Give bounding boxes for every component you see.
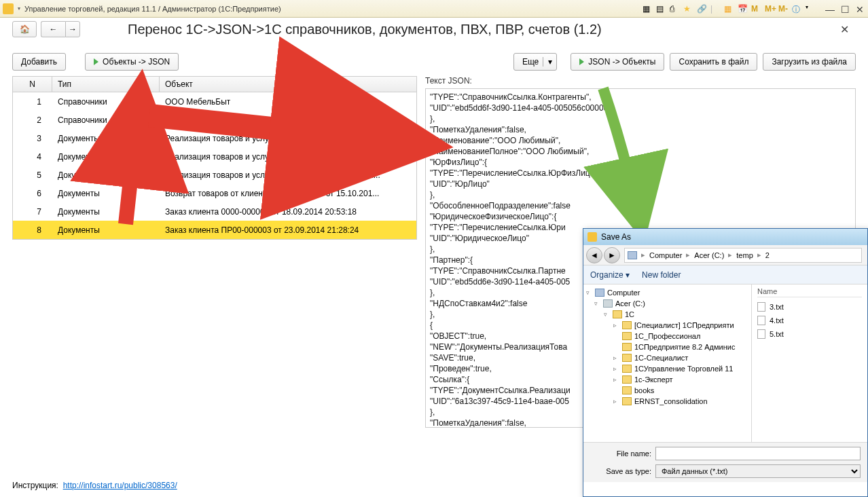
link-icon[interactable]: 🔗	[697, 4, 706, 14]
cell-n: 5	[13, 170, 52, 180]
toolbar: Добавить Объекты -> JSON Еще ▾ JSON -> О…	[0, 38, 868, 76]
save-to-file-button[interactable]: Сохранить в файл	[670, 53, 757, 71]
bc-computer[interactable]: Computer	[647, 251, 685, 259]
file-item[interactable]: 4.txt	[757, 314, 862, 327]
folder-icon	[622, 386, 632, 394]
tree-item[interactable]: ▿1C	[586, 309, 748, 320]
mem-m[interactable]: M	[751, 4, 761, 14]
cell-n: 4	[13, 152, 52, 162]
dialog-back-button[interactable]: ◄	[586, 247, 602, 263]
col-header-obj[interactable]: Объект	[160, 77, 416, 92]
minimize-button[interactable]: —	[825, 4, 835, 14]
tree-expander-icon[interactable]: ▿	[586, 289, 592, 296]
footer: Инструкция: http://infostart.ru/public/3…	[12, 481, 177, 490]
table-row[interactable]: 3ДокументыРеализация товаров и услуг ПР0…	[13, 129, 416, 147]
save-dialog-titlebar: Save As	[583, 229, 867, 245]
tree-label: 1с-Эксперт	[634, 375, 673, 384]
tree-item[interactable]: ▹1с-Эксперт	[586, 374, 748, 385]
tree-item[interactable]: ▹1СУправление Торговлей 11	[586, 363, 748, 374]
cell-type: Документы	[52, 225, 160, 235]
breadcrumb[interactable]: ▸ Computer ▸ Acer (C:) ▸ temp ▸ 2	[624, 248, 862, 263]
objects-table-panel: N Тип Объект 1СправочникиООО МебельБыт2С…	[12, 76, 417, 428]
window-title: Управление торговлей, редакция 11.1 / Ад…	[24, 5, 281, 13]
file-item[interactable]: 3.txt	[757, 300, 862, 314]
star-icon[interactable]: ★	[683, 4, 693, 14]
tree-item[interactable]: ▿Acer (C:)	[586, 298, 748, 309]
tree-expander-icon[interactable]: ▿	[604, 311, 610, 318]
tree-item[interactable]: ▹ERNST_consolidation	[586, 396, 748, 407]
tree-expander-icon[interactable]: ▹	[613, 354, 619, 361]
close-button[interactable]: ✕	[854, 4, 865, 14]
table-row[interactable]: 6ДокументыВозврат товаров от клиента ПР0…	[13, 184, 416, 202]
maximize-button[interactable]: ☐	[839, 4, 850, 14]
mem-mminus[interactable]: M-	[778, 4, 788, 14]
home-button[interactable]: 🏠	[12, 21, 37, 37]
file-icon	[757, 329, 765, 339]
tree-expander-icon[interactable]	[613, 344, 619, 350]
calculator-icon[interactable]: ▦	[724, 4, 734, 14]
add-button[interactable]: Добавить	[12, 53, 66, 71]
new-folder-button[interactable]: New folder	[642, 270, 681, 280]
bc-drive[interactable]: Acer (C:)	[691, 251, 727, 259]
tree-item[interactable]: books	[586, 385, 748, 396]
folder-icon	[622, 321, 632, 329]
table-row[interactable]: 4ДокументыРеализация товаров и услуг ПР0…	[13, 147, 416, 166]
load-from-file-button[interactable]: Загрузить из файла	[763, 53, 856, 71]
bc-temp[interactable]: temp	[734, 251, 755, 259]
app-logo-icon	[3, 3, 14, 14]
table-row[interactable]: 2СправочникиООО Любимый	[13, 111, 416, 129]
tree-item[interactable]: ▹[Специалист] 1СПредприяти	[586, 320, 748, 331]
cell-obj: ООО МебельБыт	[160, 97, 416, 107]
sep: |	[710, 4, 720, 14]
mem-mplus[interactable]: M+	[765, 4, 774, 14]
info-icon[interactable]: ⓘ	[792, 4, 801, 14]
calendar-icon[interactable]: 📅	[738, 4, 747, 14]
tree-item[interactable]: 1СПредприятие 8.2 Админис	[586, 342, 748, 352]
cell-n: 2	[13, 115, 52, 125]
objects-to-json-button[interactable]: Объекты -> JSON	[85, 53, 179, 71]
tree-expander-icon[interactable]: ▹	[613, 365, 619, 372]
file-name-input[interactable]	[655, 447, 861, 460]
save-dialog-toolbar: Organize ▾ New folder	[583, 265, 867, 284]
app-menu-dropdown-icon[interactable]: ▾	[18, 5, 20, 12]
tree-item[interactable]: ▿Computer	[586, 287, 748, 298]
json-to-objects-button[interactable]: JSON -> Объекты	[571, 53, 664, 71]
file-item[interactable]: 5.txt	[757, 327, 862, 341]
organize-menu[interactable]: Organize ▾	[590, 270, 630, 280]
tree-expander-icon[interactable]	[613, 333, 619, 339]
cell-obj: Реализация товаров и услуг ПР00-000017 о…	[160, 134, 416, 143]
bc-2[interactable]: 2	[763, 251, 772, 259]
tree-expander-icon[interactable]: ▿	[594, 300, 600, 307]
tree-expander-icon[interactable]	[613, 387, 619, 394]
table-row[interactable]: 1СправочникиООО МебельБыт	[13, 92, 416, 111]
table-row[interactable]: 7ДокументыЗаказ клиента 0000-000001 от 1…	[13, 202, 416, 221]
table-row[interactable]: 5ДокументыРеализация товаров и услуг ПР0…	[13, 166, 416, 184]
file-name: 3.txt	[770, 303, 784, 311]
file-name: 4.txt	[770, 316, 784, 325]
cell-obj: Заказ клиента 0000-000001 от 18.09.2014 …	[160, 207, 416, 217]
table-row[interactable]: 8ДокументыЗаказ клиента ПР00-000003 от 2…	[13, 221, 416, 239]
forward-button[interactable]: →	[65, 21, 80, 37]
toolbar-icon-3[interactable]: ⎙	[670, 4, 679, 14]
save-dialog-body: ▿Computer▿Acer (C:)▿1C▹[Специалист] 1СПр…	[583, 284, 867, 442]
tree-expander-icon[interactable]: ▹	[613, 398, 619, 405]
save-dialog-bottom: File name: Save as type: Файл данных (*.…	[583, 442, 867, 482]
page-close-button[interactable]: ✕	[840, 23, 849, 36]
folder-tree[interactable]: ▿Computer▿Acer (C:)▿1C▹[Специалист] 1СПр…	[583, 284, 752, 442]
save-type-select[interactable]: Файл данных (*.txt)	[655, 464, 861, 478]
col-header-type[interactable]: Тип	[52, 77, 160, 92]
col-header-n[interactable]: N	[13, 77, 52, 92]
dialog-forward-button[interactable]: ►	[604, 247, 620, 263]
more-button[interactable]: Еще ▾	[513, 53, 557, 71]
tree-expander-icon[interactable]: ▹	[613, 322, 619, 329]
toolbar-icon-2[interactable]: ▤	[656, 4, 666, 14]
tree-item[interactable]: ▹1С-Специалист	[586, 352, 748, 363]
tree-label: 1C	[625, 310, 634, 318]
tree-expander-icon[interactable]: ▹	[613, 376, 619, 383]
footer-link[interactable]: http://infostart.ru/public/308563/	[63, 481, 177, 490]
info-dropdown-icon[interactable]: ▾	[806, 4, 815, 14]
back-button[interactable]: ←	[41, 21, 65, 37]
tree-item[interactable]: 1С_Профессионал	[586, 331, 748, 342]
toolbar-icon-1[interactable]: ▦	[643, 4, 652, 14]
file-list-header[interactable]: Name	[757, 287, 862, 297]
